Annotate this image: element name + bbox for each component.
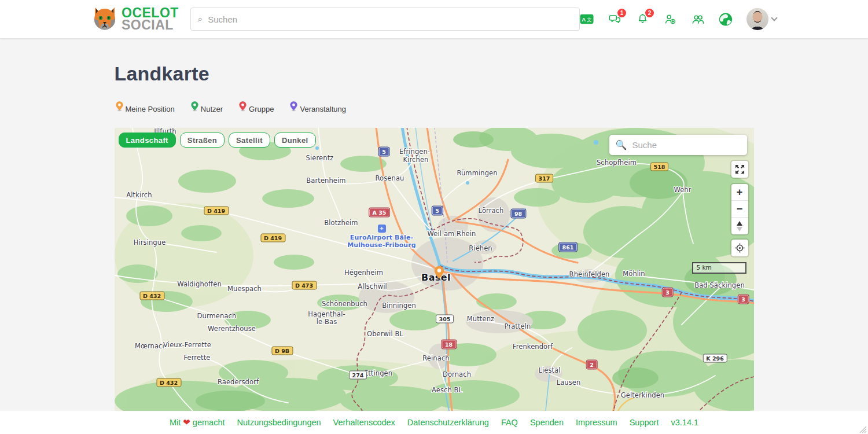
top-navbar: OCELOT SOCIAL ⌕ A 文 1 xyxy=(0,0,868,38)
search-icon: ⌕ xyxy=(198,14,203,24)
global-search: ⌕ xyxy=(190,8,580,31)
map-style-switcher: Landschaft Straßen Satellit Dunkel xyxy=(119,133,316,148)
legend-item-event: Veranstaltung xyxy=(289,99,346,113)
pin-icon-purple xyxy=(289,99,299,113)
fullscreen-icon xyxy=(735,164,745,174)
fullscreen-button[interactable] xyxy=(731,161,748,178)
notification-bell-icon[interactable]: 2 xyxy=(635,12,649,26)
search-input[interactable] xyxy=(208,14,572,24)
profile-menu[interactable] xyxy=(746,8,777,30)
made-with-prefix: Mit xyxy=(170,418,181,427)
legend-label: Meine Position xyxy=(126,105,175,113)
legend-item-my-position: Meine Position xyxy=(115,99,175,113)
zoom-in-button[interactable]: + xyxy=(731,184,748,201)
map-search: 🔍 xyxy=(609,135,747,155)
compass-button[interactable] xyxy=(731,218,748,234)
footer-link-imprint[interactable]: Impressum xyxy=(576,418,617,427)
footer-link-donate[interactable]: Spenden xyxy=(530,418,564,427)
version-label: v3.14.1 xyxy=(671,418,698,427)
map-search-icon: 🔍 xyxy=(616,139,627,150)
style-button-satellite[interactable]: Satellit xyxy=(229,133,270,148)
logo-wordmark: OCELOT SOCIAL xyxy=(122,7,179,31)
ocelot-cat-icon xyxy=(91,6,118,32)
my-position-marker[interactable] xyxy=(433,264,446,284)
geolocate-button[interactable] xyxy=(731,240,748,256)
translate-icon[interactable]: A 文 xyxy=(580,12,594,26)
legend-label: Veranstaltung xyxy=(300,105,346,113)
map-container[interactable]: ✈ IllfurthSierentzBartenheimRosenauEfrin… xyxy=(115,128,754,411)
legend-label: Nutzer xyxy=(201,105,223,113)
map-page: Landkarte Meine Position Nutzer xyxy=(115,38,754,411)
map-scale: 5 km xyxy=(692,262,746,274)
groups-icon[interactable] xyxy=(691,12,705,26)
heart-icon: ❤ xyxy=(183,417,190,428)
zoom-out-button[interactable]: − xyxy=(731,201,748,218)
language-globe-icon[interactable] xyxy=(719,12,733,26)
svg-text:文: 文 xyxy=(587,17,592,23)
pin-icon-orange xyxy=(115,99,124,113)
map-search-input[interactable] xyxy=(632,140,747,150)
pin-icon-red xyxy=(238,99,248,113)
add-user-icon[interactable] xyxy=(663,12,677,26)
zoom-controls: + − xyxy=(731,184,748,234)
legend-item-users: Nutzer xyxy=(190,99,223,113)
legend-item-group: Gruppe xyxy=(238,99,274,113)
footer: Mit ❤ gemacht Nutzungsbedingungen Verhal… xyxy=(0,411,868,434)
made-with-love[interactable]: Mit ❤ gemacht xyxy=(170,417,225,428)
resize-grip-icon xyxy=(859,424,867,433)
compass-icon xyxy=(737,221,742,231)
map-legend: Meine Position Nutzer Gruppe xyxy=(115,97,754,113)
style-button-landscape[interactable]: Landschaft xyxy=(119,133,176,148)
notification-badge: 2 xyxy=(645,9,654,17)
logo-line2: SOCIAL xyxy=(122,19,179,31)
chat-icon[interactable]: 1 xyxy=(608,12,621,26)
footer-link-code-of-conduct[interactable]: Verhaltenscodex xyxy=(333,418,395,427)
pin-icon-green xyxy=(190,99,200,113)
page-title: Landkarte xyxy=(115,62,754,84)
legend-label: Gruppe xyxy=(249,105,274,113)
chat-badge: 1 xyxy=(617,9,626,17)
made-with-suffix: gemacht xyxy=(193,418,225,427)
style-button-streets[interactable]: Straßen xyxy=(180,133,225,148)
svg-text:A: A xyxy=(582,16,586,23)
geolocate-icon xyxy=(735,243,745,253)
footer-link-privacy[interactable]: Datenschutzerklärung xyxy=(407,418,489,427)
footer-link-support[interactable]: Support xyxy=(630,418,659,427)
footer-link-faq[interactable]: FAQ xyxy=(501,418,518,427)
ocelot-logo[interactable]: OCELOT SOCIAL xyxy=(91,6,179,32)
footer-link-terms[interactable]: Nutzungsbedingungen xyxy=(237,418,321,427)
style-button-dark[interactable]: Dunkel xyxy=(274,133,316,148)
chevron-down-icon xyxy=(771,14,777,21)
avatar[interactable] xyxy=(746,8,768,30)
